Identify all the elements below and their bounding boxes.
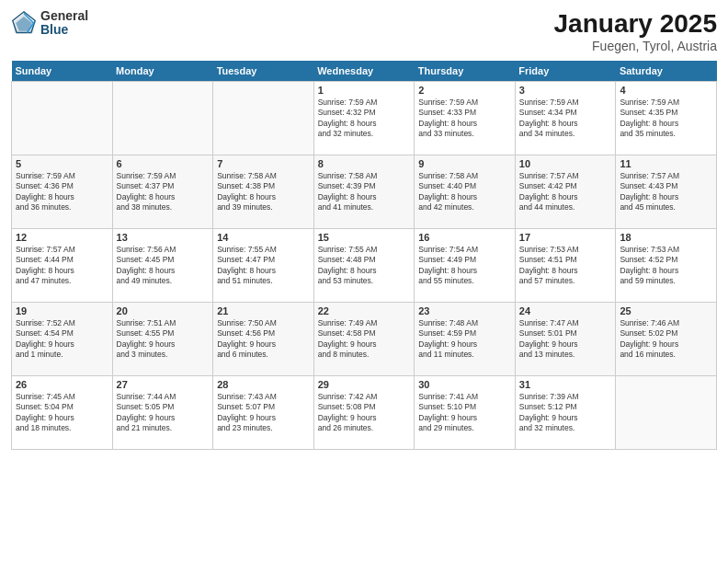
calendar-cell: 26Sunrise: 7:45 AM Sunset: 5:04 PM Dayli… bbox=[12, 376, 113, 450]
calendar-cell bbox=[213, 82, 314, 155]
cell-content: Sunrise: 7:42 AM Sunset: 5:08 PM Dayligh… bbox=[318, 392, 411, 434]
cell-content: Sunrise: 7:58 AM Sunset: 4:40 PM Dayligh… bbox=[418, 171, 511, 213]
logo-blue-text: Blue bbox=[40, 23, 88, 37]
cell-content: Sunrise: 7:51 AM Sunset: 4:55 PM Dayligh… bbox=[117, 318, 210, 361]
cell-content: Sunrise: 7:57 AM Sunset: 4:43 PM Dayligh… bbox=[620, 171, 712, 213]
calendar-cell bbox=[12, 82, 113, 155]
week-row-5: 26Sunrise: 7:45 AM Sunset: 5:04 PM Dayli… bbox=[12, 376, 717, 450]
day-number: 30 bbox=[418, 379, 511, 390]
day-number: 21 bbox=[217, 305, 310, 316]
col-thursday: Thursday bbox=[415, 61, 516, 82]
calendar-cell: 28Sunrise: 7:43 AM Sunset: 5:07 PM Dayli… bbox=[213, 376, 314, 450]
day-number: 20 bbox=[117, 305, 210, 316]
day-number: 13 bbox=[117, 232, 210, 243]
cell-content: Sunrise: 7:59 AM Sunset: 4:35 PM Dayligh… bbox=[620, 98, 712, 140]
title-block: January 2025 Fuegen, Tyrol, Austria bbox=[554, 9, 717, 53]
logo: General Blue bbox=[11, 9, 88, 38]
col-monday: Monday bbox=[112, 61, 213, 82]
cell-content: Sunrise: 7:58 AM Sunset: 4:39 PM Dayligh… bbox=[318, 171, 411, 213]
logo-icon bbox=[11, 10, 37, 36]
calendar-cell: 29Sunrise: 7:42 AM Sunset: 5:08 PM Dayli… bbox=[313, 376, 415, 450]
calendar-cell: 21Sunrise: 7:50 AM Sunset: 4:56 PM Dayli… bbox=[213, 303, 314, 376]
cell-content: Sunrise: 7:59 AM Sunset: 4:34 PM Dayligh… bbox=[519, 98, 612, 140]
day-number: 7 bbox=[217, 158, 310, 169]
calendar-cell: 14Sunrise: 7:55 AM Sunset: 4:47 PM Dayli… bbox=[213, 229, 314, 303]
cell-content: Sunrise: 7:41 AM Sunset: 5:10 PM Dayligh… bbox=[418, 392, 511, 434]
calendar-cell: 7Sunrise: 7:58 AM Sunset: 4:38 PM Daylig… bbox=[213, 155, 314, 229]
logo-text: General Blue bbox=[40, 9, 88, 38]
calendar-cell: 30Sunrise: 7:41 AM Sunset: 5:10 PM Dayli… bbox=[415, 376, 516, 450]
col-wednesday: Wednesday bbox=[313, 61, 415, 82]
calendar-cell: 27Sunrise: 7:44 AM Sunset: 5:05 PM Dayli… bbox=[112, 376, 213, 450]
col-tuesday: Tuesday bbox=[213, 61, 314, 82]
cell-content: Sunrise: 7:55 AM Sunset: 4:47 PM Dayligh… bbox=[217, 245, 310, 287]
cell-content: Sunrise: 7:59 AM Sunset: 4:37 PM Dayligh… bbox=[117, 171, 210, 213]
day-number: 5 bbox=[16, 158, 108, 169]
day-number: 14 bbox=[217, 232, 310, 243]
cell-content: Sunrise: 7:59 AM Sunset: 4:33 PM Dayligh… bbox=[418, 98, 511, 140]
cell-content: Sunrise: 7:39 AM Sunset: 5:12 PM Dayligh… bbox=[519, 392, 612, 434]
calendar-cell: 10Sunrise: 7:57 AM Sunset: 4:42 PM Dayli… bbox=[515, 155, 616, 229]
cell-content: Sunrise: 7:43 AM Sunset: 5:07 PM Dayligh… bbox=[217, 392, 310, 434]
week-row-4: 19Sunrise: 7:52 AM Sunset: 4:54 PM Dayli… bbox=[12, 303, 717, 376]
week-row-3: 12Sunrise: 7:57 AM Sunset: 4:44 PM Dayli… bbox=[12, 229, 717, 303]
day-number: 11 bbox=[620, 158, 712, 169]
cell-content: Sunrise: 7:57 AM Sunset: 4:42 PM Dayligh… bbox=[519, 171, 612, 213]
cell-content: Sunrise: 7:52 AM Sunset: 4:54 PM Dayligh… bbox=[16, 318, 108, 361]
calendar-cell: 2Sunrise: 7:59 AM Sunset: 4:33 PM Daylig… bbox=[415, 82, 516, 155]
day-number: 2 bbox=[418, 85, 511, 96]
day-number: 3 bbox=[519, 85, 612, 96]
calendar-cell: 1Sunrise: 7:59 AM Sunset: 4:32 PM Daylig… bbox=[313, 82, 415, 155]
calendar-cell: 16Sunrise: 7:54 AM Sunset: 4:49 PM Dayli… bbox=[415, 229, 516, 303]
cell-content: Sunrise: 7:50 AM Sunset: 4:56 PM Dayligh… bbox=[217, 318, 310, 361]
calendar-cell: 23Sunrise: 7:48 AM Sunset: 4:59 PM Dayli… bbox=[415, 303, 516, 376]
col-friday: Friday bbox=[515, 61, 616, 82]
cell-content: Sunrise: 7:48 AM Sunset: 4:59 PM Dayligh… bbox=[418, 318, 511, 361]
month-title: January 2025 bbox=[554, 9, 717, 39]
page-container: General Blue January 2025 Fuegen, Tyrol,… bbox=[0, 0, 728, 457]
col-saturday: Saturday bbox=[616, 61, 717, 82]
cell-content: Sunrise: 7:55 AM Sunset: 4:48 PM Dayligh… bbox=[318, 245, 411, 287]
calendar-cell: 8Sunrise: 7:58 AM Sunset: 4:39 PM Daylig… bbox=[313, 155, 415, 229]
cell-content: Sunrise: 7:53 AM Sunset: 4:51 PM Dayligh… bbox=[519, 245, 612, 287]
cell-content: Sunrise: 7:46 AM Sunset: 5:02 PM Dayligh… bbox=[620, 318, 712, 361]
day-number: 18 bbox=[620, 232, 712, 243]
day-number: 1 bbox=[318, 85, 411, 96]
cell-content: Sunrise: 7:58 AM Sunset: 4:38 PM Dayligh… bbox=[217, 171, 310, 213]
day-number: 16 bbox=[418, 232, 511, 243]
cell-content: Sunrise: 7:47 AM Sunset: 5:01 PM Dayligh… bbox=[519, 318, 612, 361]
calendar-cell: 31Sunrise: 7:39 AM Sunset: 5:12 PM Dayli… bbox=[515, 376, 616, 450]
day-number: 15 bbox=[318, 232, 411, 243]
day-number: 22 bbox=[318, 305, 411, 316]
day-number: 12 bbox=[16, 232, 108, 243]
day-number: 10 bbox=[519, 158, 612, 169]
cell-content: Sunrise: 7:44 AM Sunset: 5:05 PM Dayligh… bbox=[117, 392, 210, 434]
calendar-cell: 11Sunrise: 7:57 AM Sunset: 4:43 PM Dayli… bbox=[616, 155, 717, 229]
calendar-cell bbox=[616, 376, 717, 450]
col-sunday: Sunday bbox=[12, 61, 113, 82]
calendar-cell: 19Sunrise: 7:52 AM Sunset: 4:54 PM Dayli… bbox=[12, 303, 113, 376]
day-number: 23 bbox=[418, 305, 511, 316]
calendar-cell bbox=[112, 82, 213, 155]
day-number: 25 bbox=[620, 305, 712, 316]
week-row-2: 5Sunrise: 7:59 AM Sunset: 4:36 PM Daylig… bbox=[12, 155, 717, 229]
location: Fuegen, Tyrol, Austria bbox=[554, 39, 717, 53]
calendar-cell: 20Sunrise: 7:51 AM Sunset: 4:55 PM Dayli… bbox=[112, 303, 213, 376]
day-number: 24 bbox=[519, 305, 612, 316]
day-number: 29 bbox=[318, 379, 411, 390]
day-number: 17 bbox=[519, 232, 612, 243]
calendar-cell: 22Sunrise: 7:49 AM Sunset: 4:58 PM Dayli… bbox=[313, 303, 415, 376]
header: General Blue January 2025 Fuegen, Tyrol,… bbox=[11, 9, 717, 53]
cell-content: Sunrise: 7:57 AM Sunset: 4:44 PM Dayligh… bbox=[16, 245, 108, 287]
calendar-cell: 12Sunrise: 7:57 AM Sunset: 4:44 PM Dayli… bbox=[12, 229, 113, 303]
calendar-cell: 24Sunrise: 7:47 AM Sunset: 5:01 PM Dayli… bbox=[515, 303, 616, 376]
day-number: 9 bbox=[418, 158, 511, 169]
logo-general-text: General bbox=[40, 9, 88, 23]
day-number: 6 bbox=[117, 158, 210, 169]
day-number: 8 bbox=[318, 158, 411, 169]
cell-content: Sunrise: 7:56 AM Sunset: 4:45 PM Dayligh… bbox=[117, 245, 210, 287]
calendar-cell: 3Sunrise: 7:59 AM Sunset: 4:34 PM Daylig… bbox=[515, 82, 616, 155]
day-number: 31 bbox=[519, 379, 612, 390]
cell-content: Sunrise: 7:45 AM Sunset: 5:04 PM Dayligh… bbox=[16, 392, 108, 434]
calendar-cell: 15Sunrise: 7:55 AM Sunset: 4:48 PM Dayli… bbox=[313, 229, 415, 303]
